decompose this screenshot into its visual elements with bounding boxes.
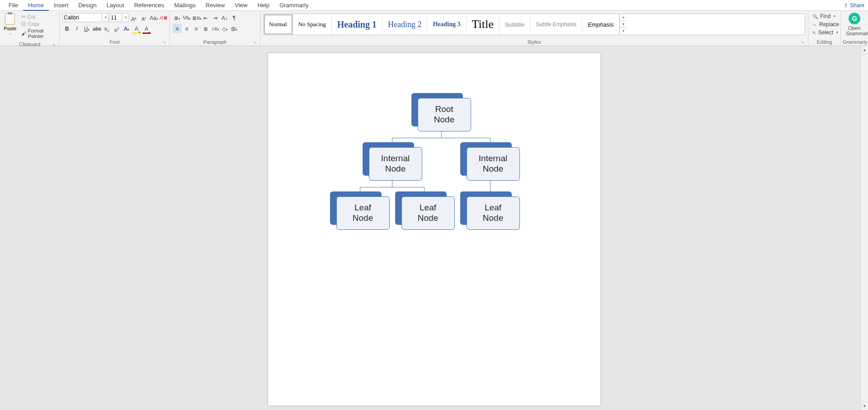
align-left-button[interactable]: ≡: [173, 24, 182, 33]
gallery-down-icon[interactable]: ▾: [620, 21, 627, 28]
style-heading2[interactable]: Heading 2: [382, 14, 427, 35]
sort-button[interactable]: A↓: [220, 13, 229, 22]
group-editing: Find▾ Replace Select▾ Editing: [808, 11, 841, 46]
share-button[interactable]: ⇪Share: [844, 2, 864, 9]
tab-view[interactable]: View: [230, 0, 252, 11]
grammarly-icon: G: [849, 13, 860, 24]
paste-button[interactable]: Paste ⌄: [3, 13, 18, 35]
show-hide-button[interactable]: ¶: [230, 13, 239, 22]
style-emphasis[interactable]: Emphasis: [582, 14, 619, 35]
gallery-more-icon[interactable]: ▾: [620, 28, 627, 35]
styles-gallery-scroll[interactable]: ▴ ▾ ▾: [619, 14, 627, 35]
select-label: Select: [818, 29, 833, 36]
styles-launcher-icon[interactable]: ⤡: [801, 40, 805, 45]
copy-button[interactable]: Copy: [19, 21, 57, 27]
styles-group-label: Styles⤡: [262, 38, 806, 46]
find-icon: [812, 13, 818, 19]
decrease-indent-button[interactable]: ⇤: [201, 13, 210, 22]
style-title[interactable]: Title: [467, 14, 500, 35]
style-subtitle[interactable]: Subtitle: [500, 14, 530, 35]
format-painter-icon: [21, 31, 26, 36]
menu-bar: File Home Insert Design Layout Reference…: [0, 0, 868, 11]
tab-help[interactable]: Help: [252, 0, 274, 11]
font-name-input[interactable]: [62, 13, 102, 22]
paragraph-launcher-icon[interactable]: ⤡: [253, 40, 257, 45]
grammarly-name-label: Grammarly: [846, 31, 863, 36]
align-right-button[interactable]: ≡: [192, 24, 201, 33]
tab-references[interactable]: References: [129, 0, 169, 11]
find-button[interactable]: Find▾: [811, 13, 838, 20]
align-center-button[interactable]: ≡: [182, 24, 191, 33]
copy-icon: [21, 21, 26, 27]
increase-indent-button[interactable]: ⇥: [211, 13, 220, 22]
grammarly-group-label: Grammarly: [843, 38, 866, 46]
bullets-button[interactable]: ≣▾: [173, 13, 182, 22]
replace-button[interactable]: Replace: [811, 21, 838, 28]
style-heading1[interactable]: Heading 1: [332, 14, 382, 35]
paste-dropdown-icon: ⌄: [3, 31, 18, 35]
style-normal[interactable]: Normal: [264, 14, 293, 35]
paste-label: Paste: [3, 26, 18, 31]
text-effects-button[interactable]: A▾: [122, 24, 131, 33]
share-label: Share: [850, 2, 864, 9]
bold-button[interactable]: B: [62, 24, 71, 33]
underline-button[interactable]: U▾: [82, 24, 91, 33]
font-size-input[interactable]: [109, 13, 122, 22]
copy-label: Copy: [28, 21, 40, 27]
replace-label: Replace: [819, 21, 839, 28]
replace-icon: [812, 21, 817, 28]
select-icon: [812, 29, 816, 36]
clear-formatting-button[interactable]: A✖: [159, 13, 168, 22]
font-size-dropdown[interactable]: ▾: [123, 13, 128, 22]
grammarly-open-label: Open: [846, 25, 863, 31]
tab-insert[interactable]: Insert: [49, 0, 74, 11]
editing-group-label: Editing: [810, 38, 839, 46]
style-heading3[interactable]: Heading 3: [427, 14, 466, 35]
change-case-button[interactable]: Aa▾: [149, 13, 158, 22]
grow-font-button[interactable]: A▴: [129, 13, 138, 22]
justify-button[interactable]: ≣: [201, 24, 210, 33]
highlight-button[interactable]: A▾: [132, 24, 141, 33]
gallery-up-icon[interactable]: ▴: [620, 14, 627, 21]
tab-grammarly[interactable]: Grammarly: [274, 0, 313, 11]
font-group-label: Font⤡: [61, 38, 168, 46]
find-label: Find: [820, 13, 830, 19]
font-name-dropdown[interactable]: ▾: [103, 13, 108, 22]
style-no-spacing[interactable]: No Spacing: [293, 14, 332, 35]
font-color-button[interactable]: A▾: [142, 24, 151, 33]
tab-mailings[interactable]: Mailings: [169, 0, 201, 11]
font-launcher-icon[interactable]: ⤡: [162, 40, 167, 45]
cut-icon: [21, 14, 26, 20]
multilevel-list-button[interactable]: ≣≡▾: [192, 13, 201, 22]
superscript-button[interactable]: x2: [112, 24, 121, 33]
group-styles: Normal No Spacing Heading 1 Heading 2 He…: [260, 11, 808, 46]
clipboard-launcher-icon[interactable]: ⤡: [52, 42, 57, 46]
tab-design[interactable]: Design: [73, 0, 101, 11]
select-button[interactable]: Select▾: [811, 29, 838, 36]
ribbon: Paste ⌄ Cut Copy Format Painter Clipboar…: [0, 11, 868, 46]
tab-review[interactable]: Review: [201, 0, 230, 11]
group-grammarly: G Open Grammarly Grammarly: [841, 11, 868, 46]
paste-icon: [5, 13, 15, 25]
italic-button[interactable]: I: [72, 24, 81, 33]
group-font: ▾ ▾ A▴ A▾ Aa▾ A✖ B I U▾ abc x2 x2 A▾ A▾: [60, 11, 170, 46]
format-painter-label: Format Painter: [28, 28, 55, 39]
numbering-button[interactable]: ⅟≡▾: [182, 13, 191, 22]
shading-button[interactable]: ◇▾: [220, 24, 229, 33]
styles-gallery: Normal No Spacing Heading 1 Heading 2 He…: [263, 14, 805, 35]
tab-home[interactable]: Home: [23, 0, 49, 11]
style-subtle-emphasis[interactable]: Subtle Emphasis: [530, 14, 582, 35]
tab-file[interactable]: File: [4, 0, 23, 11]
strikethrough-button[interactable]: abc: [92, 24, 101, 33]
borders-button[interactable]: ⊞▾: [230, 24, 239, 33]
format-painter-button[interactable]: Format Painter: [19, 28, 57, 39]
tab-layout[interactable]: Layout: [102, 0, 129, 11]
line-spacing-button[interactable]: ↕≡▾: [211, 24, 220, 33]
cut-label: Cut: [28, 14, 35, 19]
open-grammarly-button[interactable]: G Open Grammarly: [843, 12, 866, 37]
shrink-font-button[interactable]: A▾: [139, 13, 148, 22]
cut-button[interactable]: Cut: [19, 13, 57, 20]
group-paragraph: ≣▾ ⅟≡▾ ≣≡▾ ⇤ ⇥ A↓ ¶ ≡ ≡ ≡ ≣ ↕≡▾ ◇▾ ⊞▾: [170, 11, 260, 46]
subscript-button[interactable]: x2: [102, 24, 111, 33]
paragraph-group-label: Paragraph⤡: [172, 38, 258, 46]
